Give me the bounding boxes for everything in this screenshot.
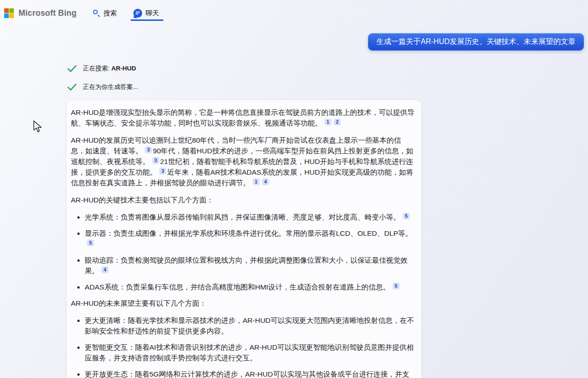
top-bar: Microsoft Bing 搜索 聊天 (0, 0, 588, 26)
answer-text: 更开放更生态：随着5G网络和云计算技术的进步，AR-HUD可以实现与其他设备或平… (85, 370, 409, 378)
answer-text: AR-HUD是增强现实型抬头显示的简称，它是一种将信息直接显示在驾驶员前方的道路… (71, 108, 414, 127)
citation-badge[interactable]: 5 (403, 213, 410, 220)
search-icon (93, 10, 100, 17)
citation-badge[interactable]: 5 (393, 283, 400, 290)
bing-logo[interactable]: Microsoft Bing (4, 8, 76, 18)
answer-text: ADAS系统：负责采集行车信息，并结合高精度地图和HMI设计，生成适合投射在道路… (85, 283, 390, 291)
answer-text: 眼动追踪：负责检测驾驶员的眼球位置和视线方向，并根据此调整图像位置和大小，以保证… (85, 256, 408, 275)
answer-list: 更大更清晰：随着光学技术和显示器技术的进步，AR-HUD可以实现更大范围内更清晰… (71, 315, 415, 378)
brand-label: Microsoft Bing (19, 8, 76, 18)
citation-badge[interactable]: 2 (334, 119, 341, 126)
status-generating: 正在为你生成答案... (67, 83, 138, 91)
citation-badge[interactable]: 3 (159, 168, 166, 175)
status-text: 正在搜索: AR-HUD (83, 64, 136, 73)
answer-text: 更大更清晰：随着光学技术和显示器技术的进步，AR-HUD可以实现更大范围内更清晰… (85, 316, 414, 335)
answer-card: AR-HUD是增强现实型抬头显示的简称，它是一种将信息直接显示在驾驶员前方的道路… (67, 100, 421, 378)
answer-text: 更智能更交互：随着AI技术和语音识别技术的进步，AR-HUD可以实现更智能地识别… (85, 343, 413, 362)
citation-badge[interactable]: 3 (152, 157, 159, 164)
status-searching: 正在搜索: AR-HUD (67, 64, 136, 73)
tab-chat[interactable]: 聊天 (131, 0, 161, 26)
answer-list-item: ADAS系统：负责采集行车信息，并结合高精度地图和HMI设计，生成适合投射在道路… (85, 282, 415, 292)
user-message-bubble: 生成一篇关于AR-HUD发展历史、关键技术、未来展望的文章 (368, 33, 584, 50)
answer-text: 光学系统：负责将图像从显示器传输到前风挡，并保证图像清晰、亮度足够、对比度高、畸… (85, 213, 400, 221)
answer-list-item: 眼动追踪：负责检测驾驶员的眼球位置和视线方向，并根据此调整图像位置和大小，以保证… (85, 255, 415, 276)
check-icon (67, 65, 77, 73)
citation-badge[interactable]: 3 (145, 146, 152, 153)
check-icon (67, 83, 77, 91)
answer-list-item: 更开放更生态：随着5G网络和云计算技术的进步，AR-HUD可以实现与其他设备或平… (85, 369, 415, 378)
answer-text: 显示器：负责生成图像，并根据光学系统和环境条件进行优化。常用的显示器有LCD、O… (85, 229, 413, 237)
active-tab-underline (131, 19, 163, 21)
status-text: 正在为你生成答案... (83, 83, 138, 91)
citation-badge[interactable]: 1 (253, 178, 260, 185)
answer-text: AR-HUD的未来展望主要有以下几个方面： (71, 299, 206, 307)
tab-search-label: 搜索 (103, 9, 117, 18)
answer-paragraph: AR-HUD的关键技术主要包括以下几个方面： (71, 195, 415, 205)
tab-bar: 搜索 聊天 (91, 0, 161, 26)
citation-badge[interactable]: 1 (325, 119, 332, 126)
answer-list-item: 显示器：负责生成图像，并根据光学系统和环境条件进行优化。常用的显示器有LCD、O… (85, 228, 415, 249)
tab-search[interactable]: 搜索 (91, 0, 119, 26)
answer-text: AR-HUD的关键技术主要包括以下几个方面： (71, 196, 213, 204)
chat-bubble-icon (133, 9, 142, 18)
answer-list-item: 更大更清晰：随着光学技术和显示器技术的进步，AR-HUD可以实现更大范围内更清晰… (85, 315, 415, 336)
microsoft-logo-icon (4, 8, 14, 18)
tab-chat-label: 聊天 (145, 9, 159, 18)
mouse-cursor (32, 120, 43, 132)
answer-paragraph: AR-HUD的未来展望主要有以下几个方面： (71, 298, 415, 309)
answer-list: 光学系统：负责将图像从显示器传输到前风挡，并保证图像清晰、亮度足够、对比度高、畸… (71, 212, 415, 292)
answer-paragraph: AR-HUD是增强现实型抬头显示的简称，它是一种将信息直接显示在驾驶员前方的道路… (71, 107, 415, 128)
citation-badge[interactable]: 5 (87, 239, 94, 246)
answer-paragraph: AR-HUD的发展历史可以追溯到上世纪80年代，当时一些汽车厂商开始尝试在仪表盘… (71, 135, 415, 188)
bing-chat-page: { "header": { "brand": "Microsoft Bing",… (0, 0, 588, 378)
answer-list-item: 更智能更交互：随着AI技术和语音识别技术的进步，AR-HUD可以实现更智能地识别… (85, 342, 415, 363)
answer-list-item: 光学系统：负责将图像从显示器传输到前风挡，并保证图像清晰、亮度足够、对比度高、畸… (85, 212, 415, 222)
citation-badge[interactable]: 4 (262, 178, 269, 185)
citation-badge[interactable]: 4 (101, 266, 108, 273)
user-message-text: 生成一篇关于AR-HUD发展历史、关键技术、未来展望的文章 (376, 37, 575, 47)
